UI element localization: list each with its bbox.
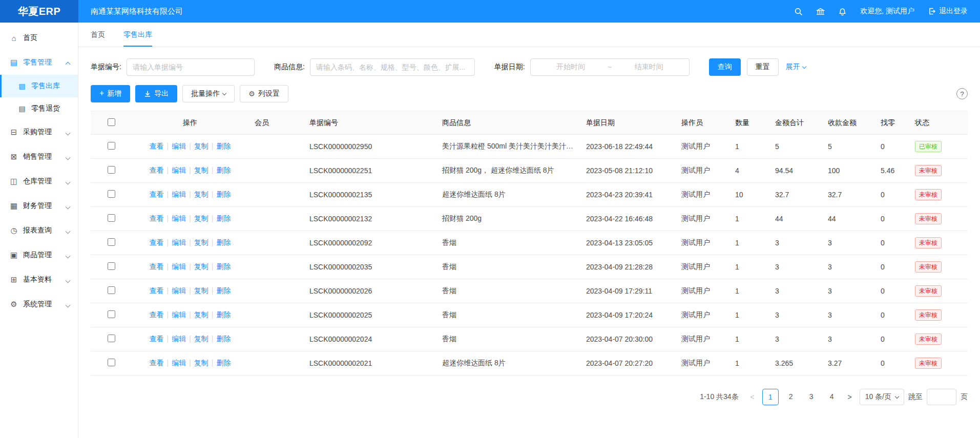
row-action-delete[interactable]: 删除	[216, 310, 231, 319]
cell-paid: 3	[822, 231, 874, 255]
sidebar-item-warehouse[interactable]: ◫仓库管理	[0, 169, 78, 194]
row-action-view[interactable]: 查看	[150, 166, 164, 174]
search-button[interactable]: 查询	[709, 58, 741, 76]
sidebar-subitem-retail-outbound[interactable]: ▤零售出库	[0, 75, 78, 97]
row-action-delete[interactable]: 删除	[216, 238, 231, 246]
logout-button[interactable]: 退出登录	[928, 7, 968, 16]
row-action-copy[interactable]: 复制	[194, 142, 208, 150]
row-action-delete[interactable]: 删除	[216, 359, 231, 367]
row-action-delete[interactable]: 删除	[216, 335, 231, 343]
column-settings-button[interactable]: ⚙ 列设置	[240, 85, 288, 102]
row-action-delete[interactable]: 删除	[216, 142, 231, 150]
row-checkbox[interactable]	[108, 310, 115, 318]
batch-actions-button[interactable]: 批量操作	[182, 85, 235, 102]
sidebar-item-retail[interactable]: ▤零售管理	[0, 50, 78, 75]
row-action-view[interactable]: 查看	[150, 142, 164, 150]
row-action-view[interactable]: 查看	[150, 262, 164, 270]
row-action-edit[interactable]: 编辑	[172, 190, 186, 198]
row-select-cell	[91, 159, 132, 183]
row-checkbox[interactable]	[108, 214, 115, 222]
page-button-3[interactable]: 3	[803, 389, 820, 405]
column-header-10: 状态	[909, 111, 968, 135]
row-action-edit[interactable]: 编辑	[172, 214, 186, 222]
row-action-copy[interactable]: 复制	[194, 359, 208, 367]
search-icon[interactable]	[794, 7, 803, 16]
row-action-view[interactable]: 查看	[150, 335, 164, 343]
cell-member	[248, 303, 303, 327]
page-button-4[interactable]: 4	[824, 389, 840, 405]
row-checkbox[interactable]	[108, 335, 115, 342]
row-action-edit[interactable]: 编辑	[172, 286, 186, 295]
row-action-edit[interactable]: 编辑	[172, 335, 186, 343]
app-logo: 华夏ERP	[0, 0, 78, 23]
row-action-copy[interactable]: 复制	[194, 166, 208, 174]
add-button[interactable]: + 新增	[91, 85, 130, 102]
row-action-view[interactable]: 查看	[150, 286, 164, 295]
sidebar-item-report[interactable]: ◷报表查询	[0, 218, 78, 243]
export-button[interactable]: 导出	[135, 85, 177, 102]
row-action-copy[interactable]: 复制	[194, 238, 208, 246]
row-action-view[interactable]: 查看	[150, 190, 164, 198]
prev-page-button[interactable]: <	[747, 393, 758, 401]
row-checkbox[interactable]	[108, 190, 115, 198]
row-checkbox[interactable]	[108, 142, 115, 150]
action-separator: |	[212, 142, 214, 150]
row-action-copy[interactable]: 复制	[194, 214, 208, 222]
page-button-1[interactable]: 1	[762, 389, 779, 405]
sidebar-item-home[interactable]: ⌂首页	[0, 26, 78, 50]
chevron-down-icon	[66, 155, 71, 160]
sidebar-item-finance[interactable]: ▦财务管理	[0, 194, 78, 218]
row-action-edit[interactable]: 编辑	[172, 262, 186, 270]
row-checkbox[interactable]	[108, 286, 115, 294]
row-action-copy[interactable]: 复制	[194, 190, 208, 198]
row-action-view[interactable]: 查看	[150, 238, 164, 246]
row-action-copy[interactable]: 复制	[194, 335, 208, 343]
date-range-input[interactable]: 开始时间 ~ 结束时间	[530, 58, 690, 76]
sidebar-item-goods[interactable]: ▣商品管理	[0, 243, 78, 267]
row-checkbox[interactable]	[108, 238, 115, 246]
page-button-2[interactable]: 2	[783, 389, 799, 405]
reset-button[interactable]: 重置	[747, 58, 779, 76]
sidebar-item-sales[interactable]: ⊠销售管理	[0, 144, 78, 169]
row-action-delete[interactable]: 删除	[216, 190, 231, 198]
row-action-copy[interactable]: 复制	[194, 286, 208, 295]
bank-icon[interactable]	[816, 7, 825, 16]
cell-member	[248, 183, 303, 207]
row-checkbox[interactable]	[108, 359, 115, 366]
sidebar-item-system[interactable]: ⚙系统管理	[0, 292, 78, 317]
row-action-delete[interactable]: 删除	[216, 262, 231, 270]
row-action-delete[interactable]: 删除	[216, 166, 231, 174]
row-action-copy[interactable]: 复制	[194, 262, 208, 270]
row-action-edit[interactable]: 编辑	[172, 310, 186, 319]
tab-home[interactable]: 首页	[91, 23, 105, 47]
product-input[interactable]	[310, 58, 475, 76]
expand-filters-link[interactable]: 展开	[786, 62, 806, 72]
row-checkbox[interactable]	[108, 166, 115, 174]
select-all-checkbox[interactable]	[108, 118, 115, 126]
tab-retail-outbound[interactable]: 零售出库	[123, 23, 152, 47]
jump-input[interactable]	[927, 389, 956, 405]
row-action-edit[interactable]: 编辑	[172, 142, 186, 150]
sidebar-item-basic[interactable]: ⊞基本资料	[0, 267, 78, 292]
main-area: 首页零售出库 单据编号: 商品信息: 单据日期: 开始时间	[78, 23, 980, 438]
row-action-edit[interactable]: 编辑	[172, 238, 186, 246]
row-action-edit[interactable]: 编辑	[172, 166, 186, 174]
sidebar-item-purchase[interactable]: ⊟采购管理	[0, 120, 78, 144]
status-badge: 未审核	[915, 261, 942, 273]
row-action-view[interactable]: 查看	[150, 359, 164, 367]
row-action-delete[interactable]: 删除	[216, 214, 231, 222]
next-page-button[interactable]: >	[844, 393, 856, 401]
cell-date: 2023-04-09 17:29:11	[580, 279, 675, 303]
sidebar-subitem-retail-return[interactable]: ▤零售退货	[0, 97, 78, 120]
bill-no-input[interactable]	[127, 58, 255, 76]
row-action-edit[interactable]: 编辑	[172, 359, 186, 367]
bell-icon[interactable]	[838, 7, 847, 16]
help-icon[interactable]: ?	[956, 88, 968, 99]
gear-icon: ⚙	[248, 90, 255, 97]
row-checkbox[interactable]	[108, 262, 115, 270]
row-action-view[interactable]: 查看	[150, 214, 164, 222]
row-action-view[interactable]: 查看	[150, 310, 164, 319]
row-action-delete[interactable]: 删除	[216, 286, 231, 295]
page-size-select[interactable]: 10 条/页	[860, 389, 904, 405]
row-action-copy[interactable]: 复制	[194, 310, 208, 319]
